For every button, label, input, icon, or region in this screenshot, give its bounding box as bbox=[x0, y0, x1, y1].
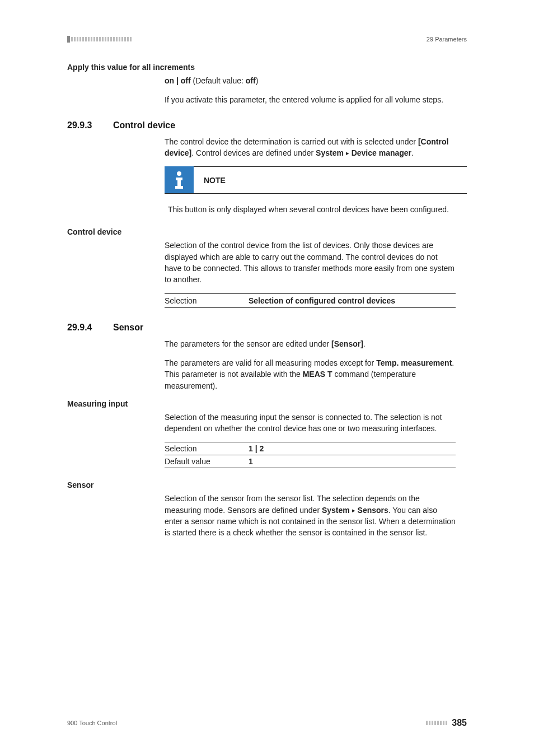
apply-increments-desc: If you activate this parameter, the ente… bbox=[165, 94, 456, 105]
sensor-intro1: The parameters for the sensor are edited… bbox=[165, 338, 456, 349]
page-footer: 900 Touch Control 385 bbox=[67, 718, 467, 728]
row-key: Default value bbox=[165, 457, 249, 466]
header-ticks-left bbox=[67, 36, 133, 43]
section-num: 29.9.4 bbox=[67, 323, 102, 333]
sensor-block-desc: Selection of the sensor from the sensor … bbox=[165, 493, 456, 538]
footer-product: 900 Touch Control bbox=[67, 720, 117, 726]
section-title: Sensor bbox=[113, 323, 143, 333]
table-row: Default value 1 bbox=[165, 455, 456, 468]
measuring-input-desc: Selection of the measuring input the sen… bbox=[165, 412, 456, 435]
control-device-subdesc: Selection of the control device from the… bbox=[165, 240, 456, 285]
row-val: Selection of configured control devices bbox=[249, 296, 395, 305]
note-header: NOTE bbox=[165, 166, 467, 194]
control-device-intro: The control device the determination is … bbox=[165, 136, 456, 159]
apply-increments-value: on | off (Default value: off) bbox=[165, 75, 456, 86]
page-number: 385 bbox=[452, 718, 467, 728]
row-val: 1 | 2 bbox=[249, 444, 264, 453]
sensor-intro2: The parameters are valid for all measuri… bbox=[165, 357, 456, 391]
apply-increments-title: Apply this value for all increments bbox=[67, 63, 467, 72]
control-device-subtitle: Control device bbox=[67, 227, 467, 236]
header-section-label: 29 Parameters bbox=[427, 36, 467, 43]
svg-rect-3 bbox=[175, 186, 183, 189]
svg-point-0 bbox=[177, 171, 181, 176]
section-title: Control device bbox=[113, 120, 175, 130]
note-body: This button is only displayed when sever… bbox=[165, 194, 456, 218]
row-val: 1 bbox=[249, 457, 253, 466]
info-icon bbox=[165, 166, 194, 193]
page-header: 29 Parameters bbox=[67, 36, 467, 43]
section-num: 29.9.3 bbox=[67, 120, 102, 130]
row-key: Selection bbox=[165, 296, 249, 305]
footer-ticks: 385 bbox=[426, 718, 467, 728]
measuring-input-table: Selection 1 | 2 Default value 1 bbox=[165, 442, 456, 468]
note-box: NOTE This button is only displayed when … bbox=[165, 166, 467, 218]
section-sensor-heading: 29.9.4 Sensor bbox=[67, 323, 467, 333]
section-control-device-heading: 29.9.3 Control device bbox=[67, 120, 467, 130]
row-key: Selection bbox=[165, 444, 249, 453]
sensor-block-title: Sensor bbox=[67, 480, 467, 489]
table-row: Selection 1 | 2 bbox=[165, 442, 456, 455]
svg-rect-2 bbox=[177, 178, 181, 187]
control-device-selection-row: Selection Selection of configured contro… bbox=[165, 293, 456, 308]
measuring-input-title: Measuring input bbox=[67, 399, 467, 408]
page: 29 Parameters Apply this value for all i… bbox=[0, 0, 534, 756]
note-label: NOTE bbox=[204, 176, 226, 185]
